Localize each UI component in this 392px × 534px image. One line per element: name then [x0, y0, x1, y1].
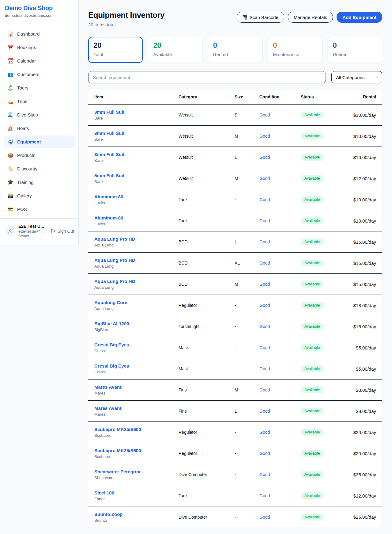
category-cell: Dive Computer	[179, 515, 235, 520]
item-name-link[interactable]: BigBlue AL1200	[94, 321, 179, 326]
item-name-link[interactable]: Scubapro MK25/S600	[94, 427, 179, 432]
item-name-link[interactable]: Aqua Lung Pro HD	[94, 236, 179, 242]
item-name-link[interactable]: 3mm Full Suit	[94, 109, 179, 115]
status-cell: Available	[301, 175, 347, 182]
sidebar-item-calendar[interactable]: 📆Calendar	[4, 55, 75, 67]
stat-card-total[interactable]: 20Total	[88, 37, 143, 63]
brand-name[interactable]: Demo Dive Shop	[5, 5, 74, 12]
main-content: Equipment Inventory 20 items total Scan …	[79, 0, 392, 528]
condition-cell: Good	[259, 387, 301, 392]
table-row: Suunto ZoopSuuntoDive Computer-GoodAvail…	[88, 506, 382, 528]
item-cell: Suunto ZoopSuunto	[94, 512, 179, 523]
user-footer: E2E Test U... e2e-tester@... Owner Sign …	[0, 218, 78, 244]
size-cell: M	[235, 387, 259, 392]
sidebar-item-tours[interactable]: 🏝️Tours	[4, 82, 75, 94]
sidebar-item-boats[interactable]: ⛵Boats	[4, 122, 75, 134]
item-name-link[interactable]: Suunto Zoop	[94, 512, 179, 517]
item-name-link[interactable]: Scubapro MK25/S600	[94, 448, 179, 453]
sidebar-item-training[interactable]: 🎓Training	[4, 176, 75, 188]
sign-out-button[interactable]: Sign Out	[51, 229, 74, 234]
brand-domain: demo.test.divestreams.com	[5, 13, 74, 18]
category-cell: Regulator	[179, 430, 235, 435]
item-cell: Cressi Big EyesCressi	[94, 342, 179, 353]
table-body: 3mm Full SuitBareWetsuitSGoodAvailable$1…	[88, 105, 382, 528]
item-name-link[interactable]: Aqualung Core	[94, 300, 179, 305]
stat-card-maintenance[interactable]: 0Maintenance	[268, 37, 322, 63]
item-cell: Scubapro MK25/S600Scubapro	[94, 427, 179, 438]
status-badge: Available	[301, 281, 324, 288]
status-cell: Available	[301, 365, 347, 372]
table-row: Cressi Big EyesCressiMask-GoodAvailable$…	[88, 337, 382, 358]
search-input[interactable]	[88, 71, 326, 83]
sidebar-item-pos[interactable]: 💳POS	[4, 203, 75, 215]
sidebar-item-discounts[interactable]: 🏷️Discounts	[4, 162, 75, 175]
item-name-link[interactable]: Cressi Big Eyes	[94, 363, 179, 368]
sidebar-item-trips[interactable]: 🚤Trips	[4, 95, 75, 107]
table-row: Cressi Big EyesCressiMask-GoodAvailable$…	[88, 358, 382, 380]
stats-row: 20Total20Available0Rented0Maintenance0Re…	[88, 37, 382, 63]
sidebar-item-label: Discounts	[17, 166, 37, 171]
wave-icon: 🌊	[7, 112, 14, 118]
item-name-link[interactable]: Aqua Lung Pro HD	[94, 257, 179, 263]
category-select-wrap: All Categories	[331, 71, 382, 83]
item-name-link[interactable]: 5mm Full Suit	[94, 173, 179, 178]
sidebar-item-gallery[interactable]: 📸Gallery	[4, 189, 75, 202]
item-name-link[interactable]: Mares Avanti	[94, 406, 179, 411]
column-header-rental: Rental	[347, 94, 376, 99]
sidebar-item-customers[interactable]: 👥Customers	[4, 68, 75, 80]
size-cell: -	[235, 515, 259, 520]
stat-label: Total	[93, 52, 138, 57]
condition-cell: Good	[259, 324, 301, 329]
sidebar-item-label: POS	[17, 207, 27, 212]
item-brand: Mares	[94, 412, 179, 417]
user-meta: E2E Test U... e2e-tester@... Owner	[18, 224, 44, 239]
sidebar-item-equipment[interactable]: 🤿Equipment	[4, 135, 75, 148]
item-name-link[interactable]: Cressi Big Eyes	[94, 342, 179, 347]
scan-barcode-button[interactable]: Scan Barcode	[237, 12, 284, 23]
status-badge: Available	[301, 238, 324, 245]
table-row: Aluminum 80LuxferTank-GoodAvailable$10.0…	[88, 210, 382, 231]
item-cell: Aqua Lung Pro HDAqua Lung	[94, 236, 179, 247]
sidebar-item-bookings[interactable]: 📅Bookings	[4, 41, 75, 53]
column-header-item: Item	[94, 94, 179, 99]
status-badge: Available	[301, 408, 324, 414]
stat-label: Available	[153, 52, 197, 57]
add-equipment-button[interactable]: Add Equipment	[337, 12, 382, 23]
item-name-link[interactable]: Mares Avanti	[94, 384, 179, 390]
manage-rentals-button[interactable]: Manage Rentals	[288, 12, 333, 23]
item-name-link[interactable]: Steel 100	[94, 490, 179, 495]
rental-price-cell: $20.00/day	[347, 451, 376, 456]
item-brand: Luxfer	[94, 200, 179, 205]
table-row: Aqua Lung Pro HDAqua LungBCDXLGoodAvaila…	[88, 253, 382, 274]
item-brand: Mares	[94, 391, 179, 395]
category-cell: Tank	[179, 218, 235, 223]
sidebar-item-dive-sites[interactable]: 🌊Dive Sites	[4, 109, 75, 121]
sidebar-nav: 📊Dashboard📅Bookings📆Calendar👥Customers🏝️…	[0, 22, 78, 215]
sidebar-item-products[interactable]: 📦Products	[4, 149, 75, 161]
item-brand: Suunto	[94, 518, 179, 523]
item-name-link[interactable]: 3mm Full Suit	[94, 131, 179, 136]
add-equipment-label: Add Equipment	[342, 15, 376, 20]
status-badge: Available	[301, 514, 324, 521]
stat-card-available[interactable]: 20Available	[148, 37, 202, 63]
status-cell: Available	[301, 387, 347, 393]
stat-card-rented[interactable]: 0Rented	[208, 37, 262, 63]
item-name-link[interactable]: Aqua Lung Pro HD	[94, 279, 179, 284]
condition-cell: Good	[259, 345, 301, 350]
sidebar-item-label: Dashboard	[17, 31, 40, 36]
table-row: BigBlue AL1200BigBlueTorch/Light-GoodAva…	[88, 316, 382, 337]
island-icon: 🏝️	[7, 85, 14, 91]
status-cell: Available	[301, 450, 347, 457]
category-select[interactable]: All Categories	[331, 71, 382, 83]
item-name-link[interactable]: 3mm Full Suit	[94, 152, 179, 157]
sign-out-icon	[51, 229, 56, 234]
category-cell: Fins	[179, 387, 235, 392]
size-cell: -	[235, 218, 259, 223]
item-name-link[interactable]: Aluminum 80	[94, 215, 179, 220]
item-name-link[interactable]: Aluminum 80	[94, 194, 179, 199]
sidebar-item-dashboard[interactable]: 📊Dashboard	[4, 28, 75, 40]
stat-card-retired[interactable]: 0Retired	[328, 37, 382, 63]
item-name-link[interactable]: Shearwater Peregrine	[94, 469, 179, 474]
items-total-count: 20 items total	[88, 22, 164, 27]
stat-label: Rented	[213, 52, 257, 57]
